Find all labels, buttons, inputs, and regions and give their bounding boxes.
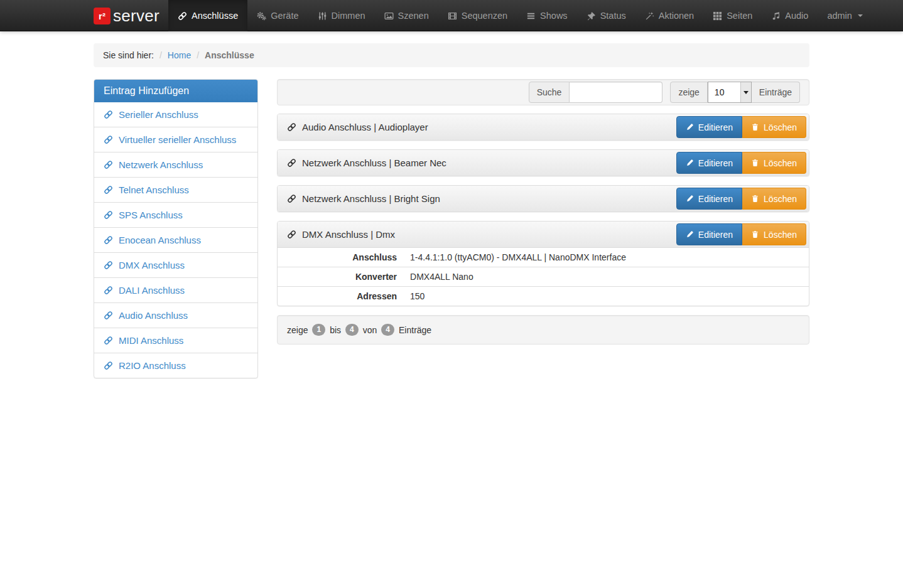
sidebar-item-telnet-anschluss[interactable]: Telnet Anschluss	[94, 177, 257, 202]
entry-heading: Audio Anschluss | Audioplayer Editieren …	[278, 114, 809, 140]
main-content: Suche zeige 10 Einträge Audio Anschluss …	[277, 79, 809, 345]
navbar-item-shows[interactable]: Shows	[517, 0, 577, 31]
sidebar-item-r2io-anschluss[interactable]: R2IO Anschluss	[94, 353, 257, 378]
link-icon	[104, 110, 113, 119]
link-icon	[104, 311, 113, 320]
link-icon	[104, 286, 113, 295]
footer-total-badge: 4	[381, 324, 394, 336]
edit-button[interactable]: Editieren	[676, 223, 742, 245]
entry-panel: DMX Anschluss | Dmx Editieren Löschen An…	[277, 221, 809, 306]
entry-actions: Editieren Löschen	[676, 188, 806, 210]
pencil-icon	[686, 159, 694, 167]
add-entry-panel: Eintrag Hinzufügen Serieller Anschluss V…	[94, 79, 258, 378]
entry-title: DMX Anschluss | Dmx	[287, 229, 395, 240]
add-entry-list: Serieller Anschluss Virtueller serieller…	[94, 102, 257, 378]
page-size-value: 10	[708, 82, 740, 102]
delete-button[interactable]: Löschen	[742, 188, 806, 210]
page-size-select[interactable]: 10	[708, 82, 752, 103]
breadcrumb-current: Anschlüsse	[205, 50, 254, 60]
link-icon	[104, 235, 113, 245]
pencil-icon	[686, 123, 694, 131]
delete-button[interactable]: Löschen	[742, 223, 806, 245]
trash-icon	[751, 230, 759, 238]
magic-icon	[645, 11, 654, 21]
link-icon	[104, 260, 113, 270]
navbar-item-sequenzen[interactable]: Sequenzen	[438, 0, 517, 31]
search-input[interactable]	[570, 82, 662, 103]
page-size-suffix: Einträge	[752, 82, 800, 103]
entry-actions: Editieren Löschen	[676, 152, 806, 174]
link-icon	[104, 135, 113, 144]
footer-from-badge: 1	[312, 324, 325, 336]
sidebar-item-enocean-anschluss[interactable]: Enocean Anschluss	[94, 227, 257, 252]
link-icon	[104, 160, 113, 169]
link-icon	[104, 185, 113, 195]
edit-button[interactable]: Editieren	[676, 152, 742, 174]
navbar-item-status[interactable]: Status	[577, 0, 635, 31]
delete-button[interactable]: Löschen	[742, 116, 806, 138]
user-menu-admin[interactable]: admin	[818, 0, 872, 31]
list-toolbar: Suche zeige 10 Einträge	[277, 79, 809, 105]
detail-row: Anschluss 1-4.4.1:1.0 (ttyACM0) - DMX4AL…	[278, 248, 809, 267]
page-size-group: zeige 10 Einträge	[670, 82, 800, 103]
navbar-item-seiten[interactable]: Seiten	[703, 0, 762, 31]
sidebar-item-dmx-anschluss[interactable]: DMX Anschluss	[94, 252, 257, 277]
page-size-label: zeige	[670, 82, 707, 103]
footer-bis-label: bis	[330, 325, 341, 335]
entry-panel: Netzwerk Anschluss | Beamer Nec Editiere…	[277, 149, 809, 176]
entry-actions: Editieren Löschen	[676, 223, 806, 245]
link-icon	[287, 230, 296, 239]
link-icon	[178, 11, 187, 21]
brand-name: server	[113, 8, 160, 24]
link-icon	[104, 336, 113, 345]
detail-label: Adressen	[278, 287, 405, 306]
pencil-icon	[686, 195, 694, 203]
sidebar-item-midi-anschluss[interactable]: MIDI Anschluss	[94, 328, 257, 353]
sidebar-item-dali-anschluss[interactable]: DALI Anschluss	[94, 277, 257, 302]
navbar-item-audio[interactable]: Audio	[762, 0, 818, 31]
entry-panel: Audio Anschluss | Audioplayer Editieren …	[277, 114, 809, 141]
entry-heading: DMX Anschluss | Dmx Editieren Löschen	[278, 222, 809, 248]
breadcrumb-separator: /	[197, 50, 199, 60]
sidebar-item-audio-anschluss[interactable]: Audio Anschluss	[94, 302, 257, 328]
search-group: Suche	[529, 82, 663, 103]
sidebar-item-netzwerk-anschluss[interactable]: Netzwerk Anschluss	[94, 152, 257, 177]
breadcrumb-link-home[interactable]: Home	[168, 50, 191, 60]
top-navbar: r² server Anschlüsse Geräte Dimmen Szene…	[0, 0, 903, 31]
breadcrumb-prefix: Sie sind hier:	[103, 50, 154, 60]
navbar-menu: Anschlüsse Geräte Dimmen Szenen Sequenze…	[168, 0, 818, 31]
brand-symbol: r²	[94, 8, 111, 24]
entry-heading: Netzwerk Anschluss | Beamer Nec Editiere…	[278, 150, 809, 176]
footer-show-label: zeige	[287, 325, 308, 335]
link-icon	[104, 210, 113, 220]
list-icon	[526, 11, 536, 21]
navbar-item-ger-te[interactable]: Geräte	[247, 0, 308, 31]
sidebar-item-sps-anschluss[interactable]: SPS Anschluss	[94, 202, 257, 227]
edit-button[interactable]: Editieren	[676, 116, 742, 138]
entry-title: Audio Anschluss | Audioplayer	[287, 122, 428, 132]
trash-icon	[751, 123, 759, 131]
detail-value: DMX4ALL Nano	[405, 267, 809, 287]
trash-icon	[751, 159, 759, 167]
entry-panel: Netzwerk Anschluss | Bright Sign Editier…	[277, 185, 809, 212]
detail-label: Anschluss	[278, 248, 405, 267]
footer-von-label: von	[363, 325, 377, 335]
navbar-item-aktionen[interactable]: Aktionen	[635, 0, 703, 31]
picture-icon	[384, 11, 394, 21]
edit-button[interactable]: Editieren	[676, 188, 742, 210]
entry-actions: Editieren Löschen	[676, 116, 806, 138]
pencil-icon	[686, 230, 694, 238]
entries-list: Audio Anschluss | Audioplayer Editieren …	[277, 114, 809, 306]
detail-value: 150	[405, 287, 809, 306]
sidebar-item-virtueller-serieller-anschluss[interactable]: Virtueller serieller Anschluss	[94, 127, 257, 152]
detail-row: Adressen 150	[278, 287, 809, 306]
navbar-item-dimmen[interactable]: Dimmen	[308, 0, 375, 31]
navbar-item-anschl-sse[interactable]: Anschlüsse	[168, 0, 247, 31]
cogs-icon	[257, 11, 266, 21]
sidebar-item-serieller-anschluss[interactable]: Serieller Anschluss	[94, 102, 257, 127]
navbar-item-szenen[interactable]: Szenen	[375, 0, 438, 31]
trash-icon	[751, 195, 759, 203]
footer-entries-label: Einträge	[399, 325, 431, 335]
brand-logo[interactable]: r² server	[94, 0, 168, 31]
delete-button[interactable]: Löschen	[742, 152, 806, 174]
